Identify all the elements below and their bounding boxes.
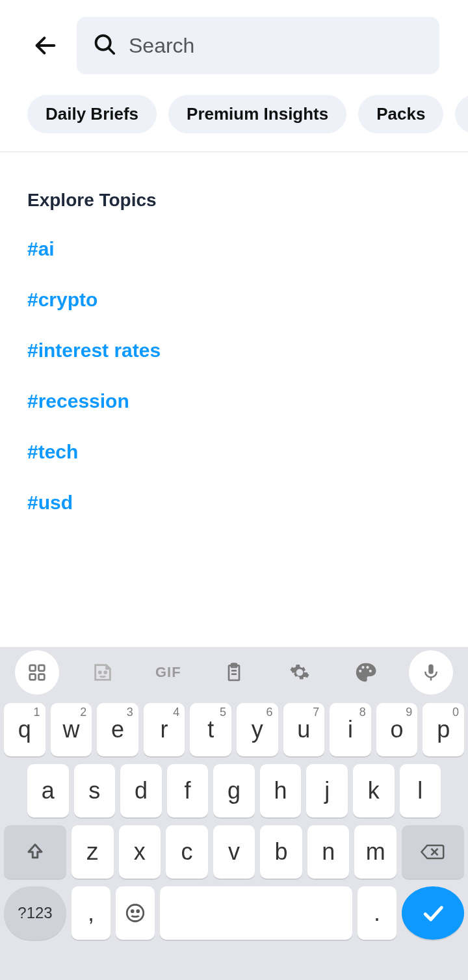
key-f[interactable]: f <box>167 764 209 817</box>
key-b[interactable]: b <box>260 825 302 879</box>
key-y[interactable]: 6y <box>237 703 278 756</box>
key-v[interactable]: v <box>213 825 255 879</box>
key-d[interactable]: d <box>120 764 162 817</box>
svg-point-18 <box>131 910 133 912</box>
svg-rect-4 <box>38 665 44 671</box>
back-arrow-icon <box>32 33 58 59</box>
key-n[interactable]: n <box>307 825 350 879</box>
mic-icon[interactable] <box>409 650 453 695</box>
svg-line-2 <box>109 48 114 53</box>
search-icon <box>92 32 117 59</box>
search-box[interactable] <box>77 17 439 74</box>
key-r[interactable]: 4r <box>144 703 185 756</box>
svg-rect-5 <box>29 674 35 680</box>
topic-ai[interactable]: #ai <box>27 238 441 260</box>
gif-icon[interactable]: GIF <box>146 650 190 695</box>
svg-point-17 <box>127 905 144 921</box>
topic-usd[interactable]: #usd <box>27 492 441 514</box>
sticker-icon[interactable] <box>81 650 125 695</box>
palette-icon[interactable] <box>343 650 387 695</box>
key-m[interactable]: m <box>354 825 396 879</box>
key-e[interactable]: 3e <box>97 703 138 756</box>
svg-point-7 <box>99 672 101 674</box>
key-h[interactable]: h <box>260 764 302 817</box>
settings-icon[interactable] <box>278 650 322 695</box>
key-a[interactable]: a <box>27 764 69 817</box>
key-q[interactable]: 1q <box>4 703 46 756</box>
key-c[interactable]: c <box>166 825 208 879</box>
space-key[interactable] <box>160 886 352 940</box>
key-l[interactable]: l <box>400 764 441 817</box>
key-x[interactable]: x <box>119 825 161 879</box>
comma-key[interactable]: , <box>72 886 110 940</box>
key-p[interactable]: 0p <box>422 703 464 756</box>
search-input[interactable] <box>129 34 424 58</box>
symbols-key[interactable]: ?123 <box>4 886 66 940</box>
emoji-key[interactable] <box>116 886 155 940</box>
topic-crypto[interactable]: #crypto <box>27 289 441 311</box>
svg-rect-13 <box>429 665 434 674</box>
backspace-key[interactable] <box>402 825 464 879</box>
apps-icon[interactable] <box>15 650 59 695</box>
key-z[interactable]: z <box>72 825 114 879</box>
key-u[interactable]: 7u <box>283 703 325 756</box>
svg-rect-3 <box>29 665 35 671</box>
key-o[interactable]: 9o <box>376 703 418 756</box>
enter-key[interactable] <box>402 886 464 940</box>
topic-interest-rates[interactable]: #interest rates <box>27 339 441 362</box>
chip-daily-briefs[interactable]: Daily Briefs <box>27 95 157 133</box>
shift-key[interactable] <box>4 825 66 879</box>
svg-rect-6 <box>38 674 44 680</box>
key-t[interactable]: 5t <box>190 703 231 756</box>
topic-recession[interactable]: #recession <box>27 390 441 412</box>
key-j[interactable]: j <box>306 764 348 817</box>
explore-topics-title: Explore Topics <box>27 190 441 211</box>
filter-chips: Daily Briefs Premium Insights Packs Week… <box>0 74 468 152</box>
key-s[interactable]: s <box>74 764 116 817</box>
chip-premium-insights[interactable]: Premium Insights <box>168 95 346 133</box>
key-g[interactable]: g <box>213 764 255 817</box>
key-w[interactable]: 2w <box>51 703 92 756</box>
topic-tech[interactable]: #tech <box>27 441 441 463</box>
back-button[interactable] <box>26 26 65 65</box>
svg-point-19 <box>137 910 139 912</box>
chip-weekly[interactable]: Weekly I <box>455 95 468 133</box>
clipboard-icon[interactable] <box>212 650 256 695</box>
chip-packs[interactable]: Packs <box>358 95 443 133</box>
key-k[interactable]: k <box>353 764 395 817</box>
period-key[interactable]: . <box>358 886 396 940</box>
virtual-keyboard: GIF 1q2w3e4r5t6y7u8i9o0p asdfghjkl zxcvb… <box>0 647 468 980</box>
svg-point-8 <box>105 672 107 674</box>
key-i[interactable]: 8i <box>330 703 371 756</box>
